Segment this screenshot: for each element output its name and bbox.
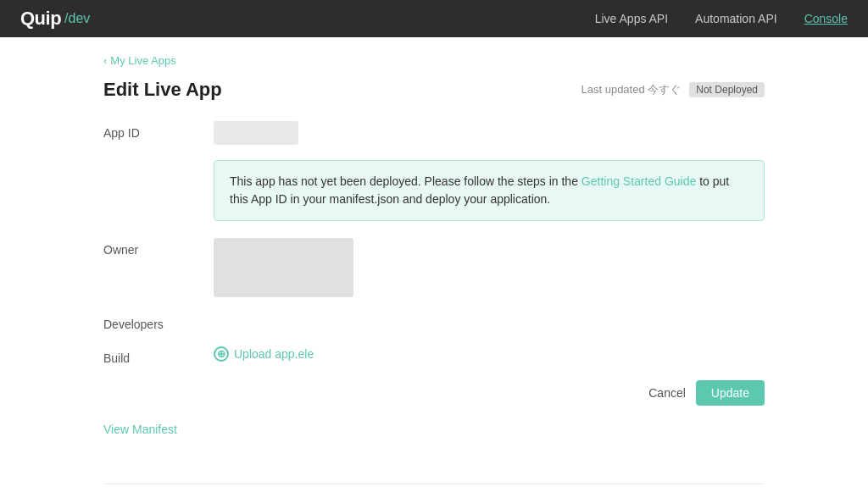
brand: Quip /dev <box>20 8 90 30</box>
build-field: ⊕ Upload app.ele <box>214 346 765 362</box>
status-badge: Not Deployed <box>689 82 765 97</box>
upload-icon: ⊕ <box>214 346 229 362</box>
navbar: Quip /dev Live Apps API Automation API C… <box>0 0 868 37</box>
upload-app-button[interactable]: ⊕ Upload app.ele <box>214 346 314 362</box>
app-id-label: App ID <box>103 121 214 140</box>
last-updated-text: Last updated 今すぐ <box>581 82 681 97</box>
navbar-links: Live Apps API Automation API Console <box>595 12 848 25</box>
breadcrumb-label: My Live Apps <box>110 54 175 67</box>
getting-started-guide-link[interactable]: Getting Started Guide <box>581 174 696 188</box>
breadcrumb[interactable]: ‹ My Live Apps <box>103 54 765 67</box>
update-button[interactable]: Update <box>696 380 765 406</box>
view-manifest-link[interactable]: View Manifest <box>103 423 177 436</box>
notice-container: This app has not yet been deployed. Plea… <box>103 160 765 221</box>
app-id-row: App ID <box>103 121 765 145</box>
nav-console[interactable]: Console <box>804 12 848 25</box>
cancel-button[interactable]: Cancel <box>648 386 686 400</box>
upload-label: Upload app.ele <box>234 347 314 361</box>
main-content: ‹ My Live Apps Edit Live App Last update… <box>70 37 798 492</box>
header-right: Last updated 今すぐ Not Deployed <box>581 82 765 97</box>
page-header: Edit Live App Last updated 今すぐ Not Deplo… <box>103 79 765 101</box>
developers-label: Developers <box>103 312 214 331</box>
owner-field <box>214 238 765 297</box>
app-id-placeholder <box>214 121 298 145</box>
brand-dev: /dev <box>64 11 90 26</box>
owner-label: Owner <box>103 238 214 257</box>
brand-quip: Quip <box>20 8 61 30</box>
app-id-field <box>214 121 765 145</box>
owner-row: Owner <box>103 238 765 297</box>
notice-box: This app has not yet been deployed. Plea… <box>214 160 765 221</box>
owner-value-placeholder <box>214 238 353 297</box>
developers-row: Developers <box>103 312 765 331</box>
build-row: Build ⊕ Upload app.ele <box>103 346 765 365</box>
nav-live-apps-api[interactable]: Live Apps API <box>595 12 668 25</box>
section-divider <box>103 484 765 484</box>
chevron-left-icon: ‹ <box>103 54 107 67</box>
notice-text-before: This app has not yet been deployed. Plea… <box>230 174 578 188</box>
build-label: Build <box>103 346 214 365</box>
action-row: Cancel Update <box>103 380 765 406</box>
page-title: Edit Live App <box>103 79 222 101</box>
nav-automation-api[interactable]: Automation API <box>695 12 777 25</box>
